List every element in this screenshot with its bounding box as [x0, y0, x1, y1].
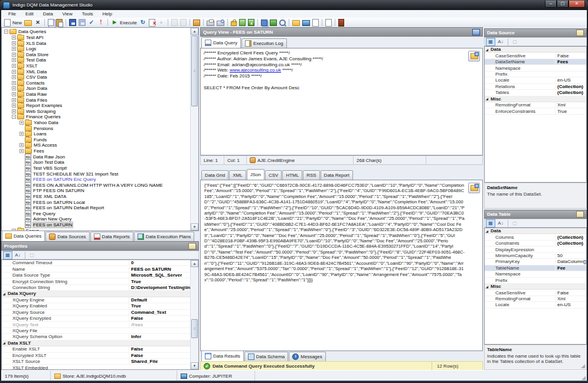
property-row-xquery-engine[interactable]: XQuery EngineDefault: [2, 297, 198, 303]
property-row-locale[interactable]: Localeen-US: [485, 302, 586, 308]
refresh-button[interactable]: ↻: [138, 18, 148, 27]
report-button[interactable]: [324, 18, 333, 27]
menu-edit[interactable]: Edit: [21, 10, 38, 18]
expand-icon[interactable]: +: [12, 47, 16, 51]
export-results-button[interactable]: [468, 183, 480, 193]
titlebar[interactable]: Indigo DQM Data Management Studio – ▢ ✕: [0, 0, 588, 10]
property-row-namespace[interactable]: Namespace: [485, 271, 586, 277]
execute-button[interactable]: ▶Execute: [110, 18, 138, 27]
data-view-button[interactable]: [269, 18, 278, 27]
property-row-constraints[interactable]: Constraints(Collection): [485, 241, 586, 246]
property-row-locale[interactable]: Localeen-US: [485, 77, 586, 83]
tree-item-web-scraping[interactable]: +Web Scraping: [2, 109, 190, 115]
property-row-encrypt-connection-string[interactable]: Encrypt Connection StringTrue: [2, 278, 198, 284]
property-row-connection-string[interactable]: Connection StringD:\Development Testing\…: [2, 285, 198, 291]
tree-item-pensions[interactable]: Pensions: [2, 125, 190, 131]
property-row-datasetname[interactable]: DataSetNameFees: [485, 59, 586, 65]
sort-alphabetical-icon[interactable]: A↓: [13, 251, 22, 259]
resize-grip[interactable]: ◢: [581, 363, 585, 369]
save-button[interactable]: [68, 18, 77, 27]
expand-icon[interactable]: +: [19, 149, 24, 153]
tree-item-json-data[interactable]: +Json Data: [2, 86, 190, 92]
settings-button[interactable]: [192, 18, 201, 27]
menu-tools[interactable]: Tools: [77, 10, 98, 18]
property-category-data[interactable]: ◢Data: [485, 47, 586, 53]
expand-icon[interactable]: +: [19, 121, 24, 125]
property-row-encrypted-xslt[interactable]: Encrypted XSLTFalse: [2, 353, 198, 359]
property-row-command-timeout[interactable]: Command Timeout0: [2, 260, 198, 266]
scroll-thumb[interactable]: ≡: [191, 35, 198, 106]
save-all-button[interactable]: [77, 18, 87, 27]
tree-item-contacts[interactable]: +Contacts: [2, 80, 190, 86]
property-row-columns[interactable]: Columns(Collection): [485, 234, 586, 240]
property-row-minimumcapacity[interactable]: MinimumCapacity50: [485, 253, 586, 259]
tab-data-schema[interactable]: Data Schema: [244, 352, 288, 361]
tree-item-xml-data[interactable]: +XML Data: [2, 69, 190, 74]
tree-item-data-store[interactable]: +Data Store: [2, 51, 190, 57]
expand-icon[interactable]: +: [12, 98, 16, 102]
scroll-up-arrow[interactable]: ▲: [191, 260, 198, 267]
expand-icon[interactable]: +: [12, 75, 16, 79]
tab-data-execution-plans[interactable]: Data Execution Plans: [134, 232, 195, 241]
expand-icon[interactable]: +: [19, 132, 24, 136]
expand-icon[interactable]: +: [12, 81, 16, 85]
sql-editor[interactable]: /****** Encrypted Client Fees Query ****…: [200, 48, 483, 155]
properties-scrollbar[interactable]: ▲≡▼: [190, 260, 198, 369]
property-row-enable-xslt[interactable]: Enable XSLTFalse: [2, 346, 198, 352]
exit-button[interactable]: [337, 18, 345, 27]
validate-button[interactable]: ✓: [87, 18, 96, 27]
export-excel-button[interactable]: [247, 18, 256, 27]
menu-help[interactable]: Help: [97, 10, 116, 18]
expand-panel-icon[interactable]: [472, 29, 480, 35]
edit-button[interactable]: [179, 18, 188, 27]
tree-item-loans[interactable]: +Loans: [2, 131, 190, 137]
tree-item-data-raw[interactable]: +Data Raw: [2, 92, 190, 98]
maximize-button[interactable]: ▢: [557, 1, 569, 8]
cut-button[interactable]: [170, 18, 179, 27]
export-html-button[interactable]: [238, 18, 247, 27]
window-resize-grip[interactable]: ◢: [582, 375, 586, 381]
property-row-name[interactable]: NameFEES on SATURN: [2, 266, 198, 272]
tree-item-data-queries[interactable]: −Data Queries: [2, 29, 190, 35]
paste-button[interactable]: [55, 18, 64, 27]
open-query-file-button[interactable]: [468, 51, 480, 61]
tab-html[interactable]: HTML: [282, 170, 302, 180]
tree-item-xslt[interactable]: +XSLT: [2, 63, 190, 69]
tree-item-ms-access[interactable]: +MS Access: [2, 142, 190, 148]
expand-icon[interactable]: +: [12, 109, 16, 113]
scroll-down-arrow[interactable]: ▼: [191, 362, 198, 369]
print-button[interactable]: [205, 18, 215, 27]
tab-data-results[interactable]: Data Results: [201, 350, 244, 361]
property-row-xslt-source[interactable]: XSLT SourceShared_File: [2, 359, 198, 365]
property-row-xquery-text[interactable]: XQuery Text/Fees: [2, 322, 198, 327]
tree-item-finance-queries[interactable]: −Finance Queries: [2, 114, 190, 120]
open-button[interactable]: [23, 18, 33, 27]
scroll-down-arrow[interactable]: ▼: [191, 223, 198, 231]
property-row-xquery-file[interactable]: XQuery File: [2, 328, 198, 334]
menu-data[interactable]: Data: [38, 10, 58, 18]
tab-data-reports[interactable]: Data Reports: [90, 232, 133, 241]
scroll-thumb[interactable]: ≡: [191, 319, 198, 338]
panel-options-icon[interactable]: [188, 243, 196, 249]
expand-icon[interactable]: +: [12, 103, 16, 108]
print-preview-button[interactable]: [215, 18, 226, 27]
tree-item-logs[interactable]: +Logs: [2, 46, 190, 52]
ds-property-pages-icon[interactable]: ▢: [510, 38, 520, 46]
dt-sort-icon[interactable]: A↓: [496, 219, 505, 228]
expand-icon[interactable]: +: [12, 41, 16, 46]
copy-button[interactable]: [47, 18, 55, 27]
tab-data-grid[interactable]: Data Grid: [201, 170, 228, 180]
scroll-up-arrow[interactable]: ▲: [191, 28, 198, 35]
property-row-tables[interactable]: Tables(Collection): [485, 90, 586, 96]
tree-item-report-examples[interactable]: +Report Examples: [2, 103, 190, 109]
data-table-options-icon[interactable]: [576, 211, 584, 218]
menu-view[interactable]: View: [58, 10, 77, 18]
ds-sort-icon[interactable]: A↓: [496, 38, 505, 46]
ds-categorize-icon[interactable]: ▦: [486, 38, 495, 46]
tab-xml[interactable]: XML: [229, 170, 246, 180]
tab-data-query[interactable]: Data Query: [201, 37, 241, 48]
dt-property-pages-icon[interactable]: ▢: [510, 219, 520, 228]
tree-item-xls-data[interactable]: +XLS Data: [2, 40, 190, 46]
tree-item-data-files[interactable]: +Data Files: [2, 97, 190, 103]
collapse-icon[interactable]: −: [12, 115, 16, 119]
